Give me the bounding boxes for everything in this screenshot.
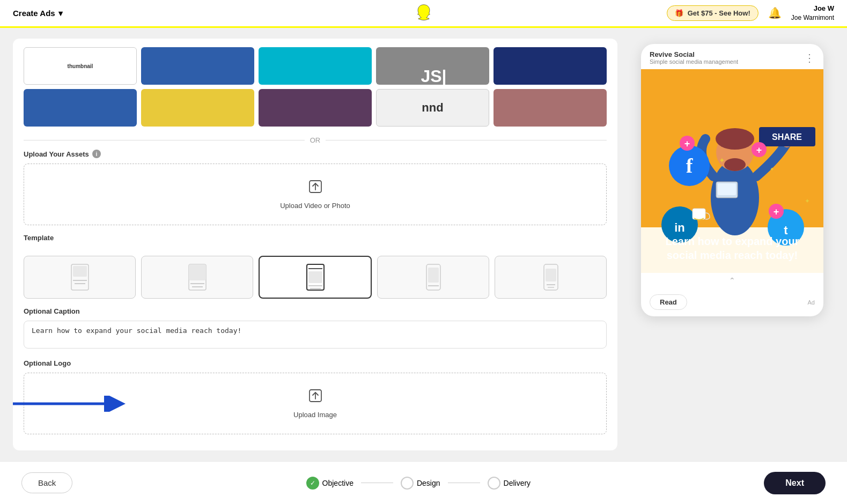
phone-preview: Revive Social Simple social media manage… <box>641 44 823 316</box>
step-objective-circle: ✓ <box>306 477 319 490</box>
logo-label: Optional Logo <box>24 359 607 367</box>
svg-rect-32 <box>718 183 736 195</box>
upload-assets-label: Upload Your Assets i <box>24 150 607 158</box>
step-delivery-circle <box>488 477 500 490</box>
create-ads-label: Create Ads <box>13 9 55 18</box>
snapchat-logo <box>415 3 433 24</box>
svg-rect-18 <box>546 269 556 281</box>
template-item-5[interactable] <box>495 256 607 299</box>
svg-text:f: f <box>686 154 694 177</box>
read-button[interactable]: Read <box>650 294 687 310</box>
svg-text:SHARE: SHARE <box>772 132 802 142</box>
user-full-name: Joe Warnimont <box>791 13 834 23</box>
chevron-down-icon: ▾ <box>58 9 63 18</box>
svg-text:✦: ✦ <box>719 156 725 165</box>
caption-input[interactable]: Learn how to expand your social media re… <box>24 321 607 349</box>
caption-label: Optional Caption <box>24 307 607 315</box>
template-section: Template <box>13 234 617 256</box>
thumbnail-grid: thumbnail JS| nnd <box>24 47 607 127</box>
or-divider: OR <box>13 131 617 150</box>
preview-brand-name: Revive Social <box>650 50 738 58</box>
info-icon[interactable]: i <box>92 150 101 158</box>
upload-video-label: Upload Video or Photo <box>280 202 350 210</box>
gift-button[interactable]: 🎁 Get $75 - See How! <box>667 5 758 21</box>
thumbnail-partial-1[interactable]: JS| <box>376 47 489 85</box>
bottom-navigation: Back ✓ Objective Design Delivery Next <box>0 461 847 504</box>
step-line-1 <box>361 483 393 484</box>
user-info: Joe W Joe Warnimont <box>791 4 834 23</box>
upload-assets-section: Upload Your Assets i Upload Video or Pho… <box>13 150 617 234</box>
logo-upload-area: Upload Image <box>24 373 607 434</box>
upload-image-icon <box>308 388 323 406</box>
svg-text:+: + <box>774 206 779 217</box>
thumbnail-color-3[interactable] <box>494 47 607 85</box>
svg-rect-15 <box>428 268 439 283</box>
thumbnail-color-1[interactable] <box>141 47 254 85</box>
check-icon: ✓ <box>310 479 315 487</box>
thumbnail-color-4[interactable] <box>24 89 137 127</box>
logo-section: Optional Logo <box>13 359 617 443</box>
upload-video-icon <box>308 179 323 197</box>
svg-text:+: + <box>756 145 762 155</box>
caption-section: Optional Caption Learn how to expand you… <box>13 307 617 359</box>
step-design-label: Design <box>417 479 440 487</box>
preview-brand: Revive Social Simple social media manage… <box>650 50 738 65</box>
thumbnail-partial-2[interactable]: nnd <box>376 89 489 127</box>
main-content: thumbnail JS| nnd OR <box>0 28 847 461</box>
template-item-2[interactable] <box>141 256 253 299</box>
gift-label: Get $75 - See How! <box>688 9 750 17</box>
thumbnail-label: thumbnail <box>68 63 93 69</box>
template-item-3[interactable] <box>259 256 372 299</box>
svg-point-28 <box>716 128 754 150</box>
svg-rect-50 <box>693 209 705 219</box>
template-label: Template <box>24 234 607 242</box>
step-delivery: Delivery <box>488 477 531 490</box>
template-row <box>13 256 617 307</box>
preview-text-overlay: Learn how to expand your social media re… <box>641 234 823 262</box>
ad-label: Ad <box>808 299 815 306</box>
notification-bell-button[interactable]: 🔔 <box>768 6 782 19</box>
step-design-circle <box>401 477 414 490</box>
bell-icon: 🔔 <box>768 7 782 19</box>
step-objective: ✓ Objective <box>306 477 353 490</box>
topnav-right-group: 🎁 Get $75 - See How! 🔔 Joe W Joe Warnimo… <box>667 4 834 23</box>
svg-text:+: + <box>684 138 690 149</box>
svg-text:✦: ✦ <box>805 197 810 205</box>
user-display-name: Joe W <box>791 4 834 13</box>
step-line-2 <box>448 483 480 484</box>
preview-brand-sub: Simple social media management <box>650 58 738 65</box>
template-item-4[interactable] <box>377 256 489 299</box>
thumbnail-color-2[interactable] <box>259 47 372 85</box>
thumbnail-section: thumbnail JS| nnd <box>13 39 617 131</box>
left-panel: thumbnail JS| nnd OR <box>13 39 617 450</box>
upload-video-photo-box[interactable]: Upload Video or Photo <box>24 164 607 225</box>
step-objective-label: Objective <box>322 479 353 487</box>
thumbnail-color-6[interactable] <box>259 89 372 127</box>
preview-footer: Read Ad <box>641 288 823 316</box>
next-button[interactable]: Next <box>764 472 826 494</box>
step-design: Design <box>401 477 440 490</box>
thumbnail-color-5[interactable] <box>141 89 254 127</box>
template-item-1[interactable] <box>24 256 136 299</box>
svg-rect-6 <box>189 264 206 280</box>
preview-image-area: f in t SHARE + + + <box>641 69 823 273</box>
svg-point-29 <box>724 158 746 171</box>
swipe-indicator: ⌃ <box>641 273 823 288</box>
step-delivery-label: Delivery <box>504 479 531 487</box>
create-ads-menu[interactable]: Create Ads ▾ <box>13 9 63 18</box>
preview-more-icon: ⋮ <box>804 51 815 64</box>
top-navigation: Create Ads ▾ 🎁 Get $75 - See How! 🔔 Joe … <box>0 0 847 28</box>
thumbnail-color-7[interactable] <box>494 89 607 127</box>
blue-arrow <box>13 396 131 412</box>
thumbnail-text-item[interactable]: thumbnail <box>24 47 137 85</box>
preview-main-text: Learn how to expand your social media re… <box>652 234 813 262</box>
right-panel: Revive Social Simple social media manage… <box>630 39 834 450</box>
or-text: OR <box>310 136 321 144</box>
upload-image-label: Upload Image <box>293 411 337 419</box>
svg-text:✦: ✦ <box>770 166 774 172</box>
gift-icon: 🎁 <box>675 9 683 17</box>
preview-header: Revive Social Simple social media manage… <box>641 44 823 69</box>
svg-rect-11 <box>308 271 322 283</box>
back-button[interactable]: Back <box>21 472 72 493</box>
steps-container: ✓ Objective Design Delivery <box>306 477 531 490</box>
